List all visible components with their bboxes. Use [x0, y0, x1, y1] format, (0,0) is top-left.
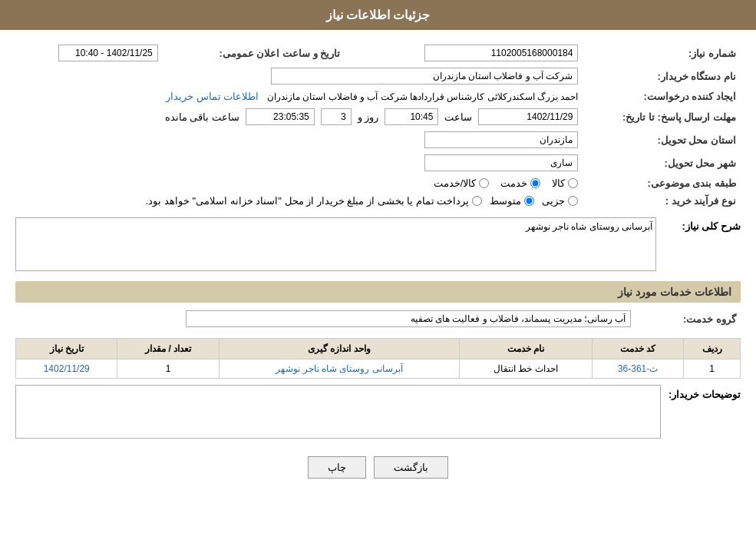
tozihat-label: توضیحات خریدار: — [669, 385, 741, 400]
nooe-asnad-radio[interactable] — [472, 196, 482, 206]
col-radif: ردیف — [684, 339, 741, 359]
back-button[interactable]: بازگشت — [374, 456, 448, 479]
mohlat-rooz-label: روز و — [358, 111, 379, 123]
shahr-label: شهر محل تحویل: — [583, 151, 741, 174]
nooe-jozi-option: جزیی — [542, 195, 578, 207]
mohlat-rooz-input[interactable] — [321, 108, 352, 125]
page-header: جزئیات اطلاعات نیاز — [0, 0, 756, 30]
tarikh-input[interactable] — [58, 45, 158, 61]
print-button[interactable]: چاپ — [308, 456, 366, 479]
shahr-input[interactable] — [424, 154, 578, 171]
ostan-label: استان محل تحویل: — [583, 128, 741, 151]
name-dastgah-value — [15, 65, 583, 88]
col-tedad: تعداد / مقدار — [117, 339, 219, 359]
shomare-niaz-input[interactable] — [424, 45, 578, 61]
services-table-header: ردیف کد خدمت نام خدمت واحد اندازه گیری ت… — [16, 339, 741, 359]
nooe-motevaset-label: متوسط — [490, 195, 521, 207]
services-table: ردیف کد خدمت نام خدمت واحد اندازه گیری ت… — [15, 338, 741, 379]
name-dastgah-label: نام دستگاه خریدار: — [583, 65, 741, 88]
mohlat-saat-input[interactable] — [385, 108, 438, 125]
gorohe-khadamat-section: گروه خدمت: — [15, 307, 741, 330]
tabaqe-label: طبقه بندی موضوعی: — [583, 174, 741, 192]
tabaqe-khadamat-label: خدمت — [500, 177, 527, 189]
tozihat-area — [15, 385, 661, 441]
shomare-niaz-label: شماره نیاز: — [583, 41, 741, 65]
tarikh-value — [15, 41, 163, 65]
tabaqe-khadamat-radio[interactable] — [530, 178, 540, 188]
mohlat-inline: ساعت روز و ساعت باقی مانده — [20, 108, 578, 125]
nooe-farayand-label: نوع فرآیند خرید : — [583, 192, 741, 210]
sharh-niaz-label: شرح کلی نیاز: — [664, 217, 741, 232]
mohlat-baqi-input[interactable] — [246, 108, 315, 125]
nooe-jozi-label: جزیی — [542, 195, 565, 207]
tabaqe-radio-group: کالا خدمت کالا/خدمت — [20, 177, 578, 189]
tabaqe-kala-radio[interactable] — [568, 178, 578, 188]
col-vahed: واحد اندازه گیری — [219, 339, 459, 359]
tozihat-section: توضیحات خریدار: — [15, 385, 741, 441]
cell-kod: ث-361-36 — [592, 359, 683, 379]
ostan-input[interactable] — [424, 131, 578, 148]
nooe-farayand-options: جزیی متوسط پرداخت تمام یا بخشی از مبلغ خ… — [15, 192, 583, 210]
section2-header: اطلاعات خدمات مورد نیاز — [15, 281, 741, 303]
col-kod-khadamat: کد خدمت — [592, 339, 683, 359]
col-tarikh-niaz: تاریخ نیاز — [16, 339, 117, 359]
tabaqe-kala-label: کالا — [552, 177, 565, 189]
ettelaat-tamas-link[interactable]: اطلاعات تماس خریدار — [166, 91, 259, 102]
gorohe-khadamat-label: گروه خدمت: — [636, 307, 741, 330]
cell-tedad: 1 — [117, 359, 219, 379]
sharh-niaz-section: شرح کلی نیاز: آبرسانی روستای شاه ناجر نو… — [15, 217, 741, 273]
vahed-link[interactable]: آبرسانی روستای شاه ناجر نوشهر — [276, 363, 402, 374]
shomare-niaz-value — [363, 41, 583, 65]
tabaqe-kala-khadamat-label: کالا/خدمت — [434, 177, 477, 189]
tabaqe-options: کالا خدمت کالا/خدمت — [15, 174, 583, 192]
gorohe-khadamat-input[interactable] — [186, 310, 631, 327]
nooe-jozi-radio[interactable] — [568, 196, 578, 206]
table-row: 1 ث-361-36 احداث خط انتقال آبرسانی روستا… — [16, 359, 741, 379]
col-nam-khadamat: نام خدمت — [460, 339, 593, 359]
page-wrapper: جزئیات اطلاعات نیاز شماره نیاز: تاریخ و … — [0, 0, 756, 540]
tozihat-textarea[interactable] — [15, 385, 661, 439]
nooe-motevaset-radio[interactable] — [524, 196, 534, 206]
nooe-radio-group: جزیی متوسط پرداخت تمام یا بخشی از مبلغ خ… — [20, 195, 578, 207]
cell-radif: 1 — [684, 359, 741, 379]
mohlat-label: مهلت ارسال پاسخ: تا تاریخ: — [583, 105, 741, 128]
ostan-value — [15, 128, 583, 151]
mohlat-baqi-label: ساعت باقی مانده — [165, 111, 239, 123]
tarikh-label: تاریخ و ساعت اعلان عمومی: — [163, 41, 364, 65]
tabaqe-kala-khadamat-radio[interactable] — [479, 178, 489, 188]
gorohe-khadamat-value — [15, 307, 636, 330]
nooe-asnad-option: پرداخت تمام یا بخشی از مبلغ خریدار از مح… — [146, 195, 483, 207]
shahr-value — [15, 151, 583, 174]
ijad-konande-label: ایجاد کننده درخواست: — [583, 88, 741, 105]
tabaqe-khadamat-option: خدمت — [500, 177, 540, 189]
nooe-asnad-label: پرداخت تمام یا بخشی از مبلغ خریدار از مح… — [146, 195, 470, 207]
services-table-body: 1 ث-361-36 احداث خط انتقال آبرسانی روستا… — [16, 359, 741, 379]
sharh-watermark-area: آبرسانی روستای شاه ناجر نوشهر — [15, 217, 656, 273]
cell-vahed: آبرسانی روستای شاه ناجر نوشهر — [219, 359, 459, 379]
mohlat-date-input[interactable] — [478, 108, 578, 125]
sharh-niaz-box-wrapper: آبرسانی روستای شاه ناجر نوشهر — [15, 217, 656, 273]
sharh-niaz-textarea[interactable]: آبرسانی روستای شاه ناجر نوشهر — [15, 217, 656, 271]
tabaqe-kala-khadamat-option: کالا/خدمت — [434, 177, 490, 189]
nooe-motevaset-option: متوسط — [490, 195, 534, 207]
tarikh-niaz-link[interactable]: 1402/11/29 — [44, 363, 90, 374]
mohlat-saat-label: ساعت — [444, 111, 472, 123]
mohlat-row: ساعت روز و ساعت باقی مانده — [15, 105, 583, 128]
page-title: جزئیات اطلاعات نیاز — [326, 8, 431, 22]
page-content: شماره نیاز: تاریخ و ساعت اعلان عمومی: نا… — [0, 30, 756, 505]
info-section-1: شماره نیاز: تاریخ و ساعت اعلان عمومی: نا… — [15, 41, 741, 210]
tabaqe-kala-option: کالا — [552, 177, 578, 189]
ijad-konande-text: احمد بزرگ اسکندرکلائی کارشناس قراردادها … — [267, 91, 578, 102]
ijad-konande-value: احمد بزرگ اسکندرکلائی کارشناس قراردادها … — [15, 88, 583, 105]
cell-tarikh-niaz: 1402/11/29 — [16, 359, 117, 379]
name-dastgah-input[interactable] — [271, 68, 578, 84]
buttons-row: بازگشت چاپ — [15, 456, 741, 494]
cell-nam-khadamat: احداث خط انتقال — [460, 359, 593, 379]
